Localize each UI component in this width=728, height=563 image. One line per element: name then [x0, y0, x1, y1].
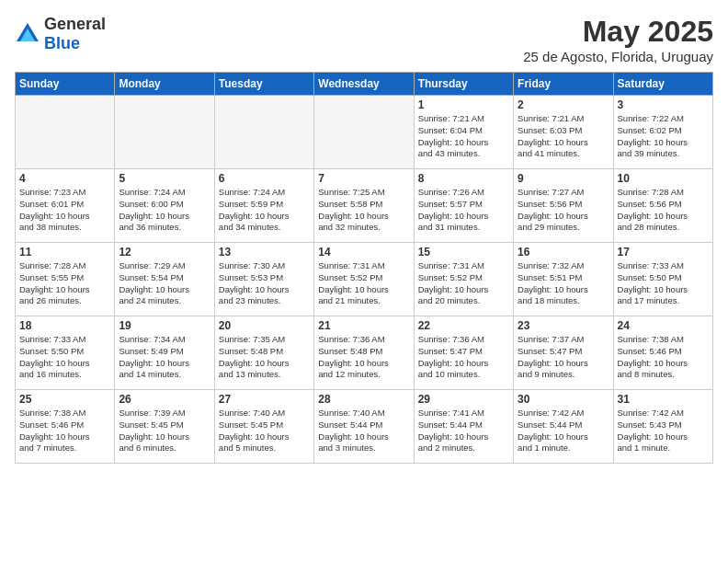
- day-info: Sunrise: 7:42 AM Sunset: 5:44 PM Dayligh…: [518, 408, 609, 454]
- day-info: Sunrise: 7:30 AM Sunset: 5:53 PM Dayligh…: [219, 260, 310, 307]
- day-number: 26: [119, 393, 210, 406]
- day-info: Sunrise: 7:28 AM Sunset: 5:56 PM Dayligh…: [618, 187, 709, 234]
- day-number: 15: [418, 246, 509, 259]
- calendar-cell: 17Sunrise: 7:33 AM Sunset: 5:50 PM Dayli…: [613, 243, 712, 316]
- calendar-cell: 6Sunrise: 7:24 AM Sunset: 5:59 PM Daylig…: [214, 169, 313, 243]
- day-info: Sunrise: 7:36 AM Sunset: 5:48 PM Dayligh…: [318, 334, 409, 381]
- day-info: Sunrise: 7:31 AM Sunset: 5:52 PM Dayligh…: [418, 260, 509, 307]
- day-number: 2: [518, 98, 609, 111]
- calendar-cell: 22Sunrise: 7:36 AM Sunset: 5:47 PM Dayli…: [414, 316, 513, 390]
- calendar-cell: 9Sunrise: 7:27 AM Sunset: 5:56 PM Daylig…: [514, 169, 613, 243]
- day-info: Sunrise: 7:22 AM Sunset: 6:02 PM Dayligh…: [618, 113, 709, 160]
- day-info: Sunrise: 7:33 AM Sunset: 5:50 PM Dayligh…: [618, 260, 709, 307]
- day-number: 12: [119, 246, 210, 259]
- location-subtitle: 25 de Agosto, Florida, Uruguay: [523, 49, 713, 64]
- day-info: Sunrise: 7:40 AM Sunset: 5:44 PM Dayligh…: [318, 408, 409, 454]
- calendar-cell: 10Sunrise: 7:28 AM Sunset: 5:56 PM Dayli…: [613, 169, 712, 243]
- calendar-week-row: 11Sunrise: 7:28 AM Sunset: 5:55 PM Dayli…: [16, 243, 713, 316]
- day-info: Sunrise: 7:29 AM Sunset: 5:54 PM Dayligh…: [119, 260, 210, 307]
- calendar-cell: 23Sunrise: 7:37 AM Sunset: 5:47 PM Dayli…: [514, 316, 613, 390]
- day-number: 5: [119, 172, 210, 185]
- day-number: 23: [518, 319, 609, 332]
- calendar-cell: [214, 96, 313, 169]
- calendar-cell: [16, 96, 115, 169]
- day-number: 24: [618, 319, 709, 332]
- day-number: 13: [219, 246, 310, 259]
- day-info: Sunrise: 7:40 AM Sunset: 5:45 PM Dayligh…: [219, 408, 310, 454]
- calendar-cell: 30Sunrise: 7:42 AM Sunset: 5:44 PM Dayli…: [514, 390, 613, 464]
- calendar-cell: 8Sunrise: 7:26 AM Sunset: 5:57 PM Daylig…: [414, 169, 513, 243]
- calendar-week-row: 1Sunrise: 7:21 AM Sunset: 6:04 PM Daylig…: [16, 96, 713, 169]
- day-number: 30: [518, 393, 609, 406]
- calendar-cell: 24Sunrise: 7:38 AM Sunset: 5:46 PM Dayli…: [613, 316, 712, 390]
- day-info: Sunrise: 7:24 AM Sunset: 5:59 PM Dayligh…: [219, 187, 310, 234]
- calendar-cell: 15Sunrise: 7:31 AM Sunset: 5:52 PM Dayli…: [414, 243, 513, 316]
- header-friday: Friday: [514, 73, 613, 96]
- month-title: May 2025: [523, 15, 713, 49]
- calendar-cell: 1Sunrise: 7:21 AM Sunset: 6:04 PM Daylig…: [414, 96, 513, 169]
- logo-general: General: [44, 15, 106, 33]
- header-saturday: Saturday: [613, 73, 712, 96]
- calendar-cell: 25Sunrise: 7:38 AM Sunset: 5:46 PM Dayli…: [16, 390, 115, 464]
- day-number: 11: [19, 246, 110, 259]
- calendar-cell: 26Sunrise: 7:39 AM Sunset: 5:45 PM Dayli…: [115, 390, 214, 464]
- day-number: 27: [219, 393, 310, 406]
- calendar-cell: 13Sunrise: 7:30 AM Sunset: 5:53 PM Dayli…: [214, 243, 313, 316]
- calendar-table: SundayMondayTuesdayWednesdayThursdayFrid…: [15, 72, 713, 464]
- header-tuesday: Tuesday: [214, 73, 313, 96]
- day-info: Sunrise: 7:34 AM Sunset: 5:49 PM Dayligh…: [119, 334, 210, 381]
- day-number: 22: [418, 319, 509, 332]
- calendar-cell: 31Sunrise: 7:42 AM Sunset: 5:43 PM Dayli…: [613, 390, 712, 464]
- calendar-cell: 14Sunrise: 7:31 AM Sunset: 5:52 PM Dayli…: [314, 243, 414, 316]
- day-number: 6: [219, 172, 310, 185]
- header-sunday: Sunday: [16, 73, 115, 96]
- day-number: 29: [418, 393, 509, 406]
- header-thursday: Thursday: [414, 73, 513, 96]
- logo-icon: [15, 21, 40, 47]
- calendar-cell: 7Sunrise: 7:25 AM Sunset: 5:58 PM Daylig…: [314, 169, 414, 243]
- day-info: Sunrise: 7:39 AM Sunset: 5:45 PM Dayligh…: [119, 408, 210, 454]
- day-info: Sunrise: 7:28 AM Sunset: 5:55 PM Dayligh…: [19, 260, 110, 307]
- calendar-cell: 2Sunrise: 7:21 AM Sunset: 6:03 PM Daylig…: [514, 96, 613, 169]
- calendar-cell: 21Sunrise: 7:36 AM Sunset: 5:48 PM Dayli…: [314, 316, 414, 390]
- day-info: Sunrise: 7:33 AM Sunset: 5:50 PM Dayligh…: [19, 334, 110, 381]
- title-block: May 2025 25 de Agosto, Florida, Uruguay: [523, 15, 713, 64]
- logo: General Blue: [15, 15, 106, 53]
- day-number: 4: [19, 172, 110, 185]
- calendar-cell: 27Sunrise: 7:40 AM Sunset: 5:45 PM Dayli…: [214, 390, 313, 464]
- day-number: 9: [518, 172, 609, 185]
- day-info: Sunrise: 7:38 AM Sunset: 5:46 PM Dayligh…: [19, 408, 110, 454]
- calendar-cell: 5Sunrise: 7:24 AM Sunset: 6:00 PM Daylig…: [115, 169, 214, 243]
- calendar-week-row: 4Sunrise: 7:23 AM Sunset: 6:01 PM Daylig…: [16, 169, 713, 243]
- day-info: Sunrise: 7:26 AM Sunset: 5:57 PM Dayligh…: [418, 187, 509, 234]
- calendar-cell: [115, 96, 214, 169]
- day-number: 8: [418, 172, 509, 185]
- page-header: General Blue May 2025 25 de Agosto, Flor…: [15, 15, 713, 64]
- day-number: 25: [19, 393, 110, 406]
- day-number: 7: [318, 172, 409, 185]
- day-info: Sunrise: 7:37 AM Sunset: 5:47 PM Dayligh…: [518, 334, 609, 381]
- day-number: 18: [19, 319, 110, 332]
- calendar-cell: 4Sunrise: 7:23 AM Sunset: 6:01 PM Daylig…: [16, 169, 115, 243]
- day-info: Sunrise: 7:21 AM Sunset: 6:04 PM Dayligh…: [418, 113, 509, 160]
- header-wednesday: Wednesday: [314, 73, 414, 96]
- day-info: Sunrise: 7:42 AM Sunset: 5:43 PM Dayligh…: [618, 408, 709, 454]
- day-info: Sunrise: 7:35 AM Sunset: 5:48 PM Dayligh…: [219, 334, 310, 381]
- calendar-cell: 20Sunrise: 7:35 AM Sunset: 5:48 PM Dayli…: [214, 316, 313, 390]
- calendar-cell: 18Sunrise: 7:33 AM Sunset: 5:50 PM Dayli…: [16, 316, 115, 390]
- calendar-cell: 3Sunrise: 7:22 AM Sunset: 6:02 PM Daylig…: [613, 96, 712, 169]
- day-number: 16: [518, 246, 609, 259]
- day-info: Sunrise: 7:24 AM Sunset: 6:00 PM Dayligh…: [119, 187, 210, 234]
- day-number: 21: [318, 319, 409, 332]
- day-info: Sunrise: 7:36 AM Sunset: 5:47 PM Dayligh…: [418, 334, 509, 381]
- logo-blue: Blue: [44, 34, 80, 52]
- day-number: 1: [418, 98, 509, 111]
- calendar-cell: 12Sunrise: 7:29 AM Sunset: 5:54 PM Dayli…: [115, 243, 214, 316]
- day-number: 10: [618, 172, 709, 185]
- calendar-week-row: 25Sunrise: 7:38 AM Sunset: 5:46 PM Dayli…: [16, 390, 713, 464]
- calendar-cell: [314, 96, 414, 169]
- day-number: 19: [119, 319, 210, 332]
- day-info: Sunrise: 7:41 AM Sunset: 5:44 PM Dayligh…: [418, 408, 509, 454]
- day-info: Sunrise: 7:32 AM Sunset: 5:51 PM Dayligh…: [518, 260, 609, 307]
- day-number: 20: [219, 319, 310, 332]
